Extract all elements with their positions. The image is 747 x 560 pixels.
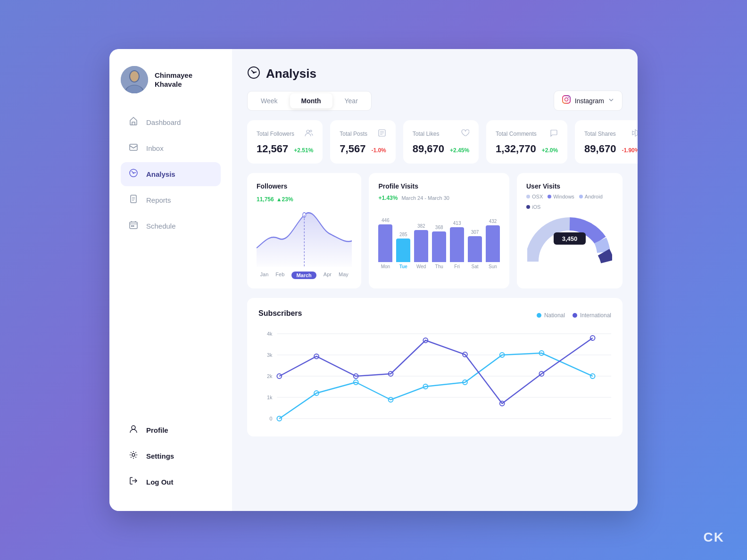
stat-label-followers: Total Followers [257,131,294,137]
sidebar-item-reports[interactable]: Reports [121,188,221,212]
user-visits-card: User Visits OSX Windows Android [517,173,622,288]
stat-change-followers: +2.51% [294,147,313,154]
chevron-down-icon [608,97,614,105]
inbox-icon [128,142,139,154]
tab-week[interactable]: Week [249,93,289,108]
month-march: March [291,272,316,279]
stat-card-comments: Total Comments 1,32,770 +2.0% [486,120,567,164]
svg-rect-16 [563,96,570,103]
stat-change-posts: -1.0% [371,147,386,154]
subs-dot-national [537,313,541,318]
subs-title: Subscribers [258,309,302,318]
followers-svg-area [257,206,352,269]
stat-change-likes: +2.45% [450,147,469,154]
stat-change-comments: +2.0% [542,147,558,154]
subs-chart-svg: 4k 3k 2k 1k 0 [258,329,611,423]
pv-change: +1.43% [378,195,398,201]
analysis-icon [128,168,139,180]
stat-value-posts: 7,567 [340,143,365,155]
sidebar-item-logout[interactable]: Log Out [121,470,221,494]
subs-legend: National International [537,312,611,319]
settings-icon [128,450,139,462]
uv-dot-ios [526,205,530,209]
pv-bar-sun: 432 Sun [486,219,500,269]
pv-bar-wed: 382 Wed [414,223,428,269]
svg-text:1k: 1k [267,395,273,400]
instagram-icon [562,95,571,107]
month-jan: Jan [260,272,269,279]
stat-card-posts: Total Posts 7,567 -1.0% [330,120,395,164]
month-feb: Feb [275,272,284,279]
uv-label-android: Android [585,194,603,199]
stat-value-shares: 89,670 [584,143,616,155]
subs-dot-international [573,313,577,318]
page-title: Analysis [266,66,316,81]
stat-value-followers: 12,567 [257,143,288,155]
svg-point-7 [133,173,134,174]
platform-selector[interactable]: Instagram [554,91,622,111]
tab-year[interactable]: Year [333,93,369,108]
svg-text:0: 0 [269,416,272,421]
stat-label-likes: Total Likes [413,131,440,137]
uv-label-ios: iOS [532,204,540,210]
profile-section: Chinmayee Khavale [121,66,221,93]
sidebar-item-label-analysis: Analysis [146,170,175,178]
page-title-area: Analysis [247,66,316,81]
svg-point-15 [253,72,255,74]
bottom-nav: Profile Settings Log Out [121,418,221,494]
schedule-icon [128,220,139,232]
stat-label-shares: Total Shares [584,131,616,137]
uv-dot-windows [548,195,551,198]
svg-point-17 [564,98,568,101]
sidebar-item-inbox[interactable]: Inbox [121,136,221,160]
sidebar-item-schedule[interactable]: Schedule [121,214,221,238]
pv-bar-fri: 413 Fri [450,221,464,269]
stat-label-comments: Total Comments [496,131,537,137]
sidebar: Chinmayee Khavale Dashboard Inbox Analys… [109,49,232,511]
svg-point-20 [310,130,312,132]
month-labels: Jan Feb March Apr May [257,272,352,279]
stats-row: Total Followers 12,567 +2.51% Total Post… [247,120,622,164]
uv-legend: OSX Windows Android iOS [526,194,613,210]
subs-header: Subscribers National International [258,309,611,321]
pv-date-range: March 24 - March 30 [401,195,449,201]
sidebar-item-settings[interactable]: Settings [121,444,221,468]
main-content: Analysis Week Month Year [232,49,638,511]
subs-label-international: International [580,312,611,319]
svg-text:3,450: 3,450 [562,235,578,242]
page-header: Analysis [247,66,622,81]
home-icon [128,116,139,128]
svg-rect-10 [131,225,133,227]
pv-bar-tue: 285 Tue [396,232,410,269]
followers-icon [305,129,313,139]
stat-card-shares: Total Shares 89,670 -1.90% [575,120,638,164]
posts-icon [378,129,386,139]
svg-point-13 [132,453,135,456]
sidebar-item-label-logout: Log Out [146,478,173,486]
reports-icon [128,194,139,206]
sidebar-item-analysis[interactable]: Analysis [121,162,221,186]
sidebar-item-label-settings: Settings [146,452,174,460]
platform-name: Instagram [575,97,604,105]
uv-dot-osx [526,195,530,198]
logout-icon [128,476,139,488]
uv-chart-area: 3,450 [526,214,613,266]
sidebar-item-profile[interactable]: Profile [121,418,221,442]
followers-peak-value: 11,756 [257,196,274,203]
charts-row: Followers 11,756 ▲23% [247,173,622,288]
sidebar-item-dashboard[interactable]: Dashboard [121,110,221,134]
sidebar-item-label-schedule: Schedule [146,222,176,230]
watermark: CK [704,530,724,545]
user-name: Chinmayee Khavale [155,71,192,89]
stat-card-likes: Total Likes 89,670 +2.45% [403,120,479,164]
svg-text:3k: 3k [267,352,273,358]
stat-label-posts: Total Posts [340,131,367,137]
tab-month[interactable]: Month [290,93,332,108]
analysis-chart-icon [247,66,260,81]
svg-point-12 [132,426,135,429]
tab-group: Week Month Year [247,91,372,111]
sidebar-item-label-profile: Profile [146,426,168,434]
svg-point-3 [130,71,139,82]
pv-chart-title: Profile Visits [378,182,418,190]
month-apr: Apr [324,272,332,279]
